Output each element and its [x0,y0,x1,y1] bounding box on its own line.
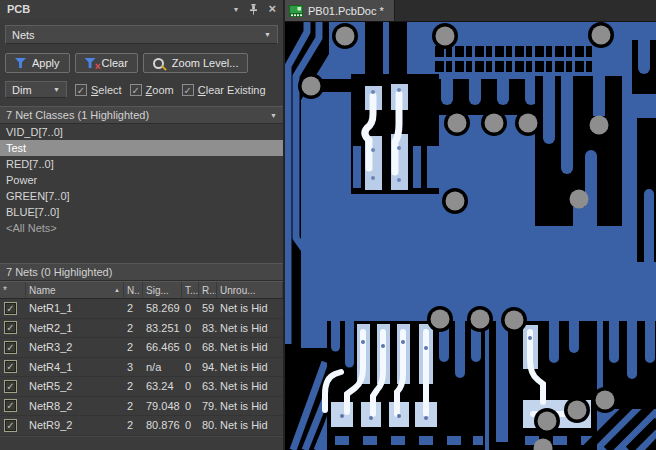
net-class-item[interactable]: RED[7..0] [0,156,283,172]
altium-workspace: PCB ▼ × Nets ▼ Apply × Clear Zoom L [0,0,656,450]
net-class-item[interactable]: BLUE[7..0] [0,204,283,220]
apply-button[interactable]: Apply [5,53,70,73]
table-row[interactable]: ✓ NetR9_22 80.8760 80.Net is Hid [0,416,283,436]
dim-mode-value: Dim [12,84,32,96]
nets-table-body: ✓ NetR1_12 58.2690 59Net is Hid ✓ NetR2_… [0,299,283,436]
net-classes-header-label: 7 Net Classes (1 Highlighted) [6,109,149,121]
table-row[interactable]: ✓ NetR2_12 83.2510 83.Net is Hid [0,319,283,339]
row-checkbox[interactable]: ✓ [4,321,17,334]
nets-header[interactable]: 7 Nets (0 Highlighted) [0,263,283,281]
zoom-checkbox-label: Zoom [146,84,174,96]
col-header-routed[interactable]: R... [199,282,217,298]
panel-options-row: Dim ▼ ✓ Select ✓ Zoom ✓ Clear Existing [5,81,278,98]
select-checkbox[interactable]: ✓ Select [75,84,122,96]
row-checkbox[interactable]: ✓ [4,360,17,373]
pcbdoc-icon [289,5,303,17]
close-icon[interactable]: × [268,4,276,14]
table-row[interactable]: ✓ NetR5_22 63.240 63.Net is Hid [0,377,283,397]
row-checkbox[interactable]: ✓ [4,302,17,315]
col-header-signal[interactable]: Sig... [143,282,182,298]
row-checkbox[interactable]: ✓ [4,341,17,354]
col-header-nodes[interactable]: N.. [124,282,143,298]
checkbox-check-icon: ✓ [182,84,194,96]
document-tab-label: PB01.PcbDoc * [308,5,384,17]
net-class-item[interactable]: VID_D[7..0] [0,124,283,140]
pcb-panel-titlebar: PCB ▼ × [0,0,283,18]
net-class-item[interactable]: Power [0,172,283,188]
table-row[interactable]: ✓ NetR8_22 79.0480 79.Net is Hid [0,397,283,417]
magnifier-icon [153,58,164,69]
row-checkbox[interactable]: ✓ [4,380,17,393]
pcb-canvas-holder [285,22,656,450]
net-class-item-selected[interactable]: Test [0,140,283,156]
apply-button-label: Apply [32,57,60,69]
nets-header-label: 7 Nets (0 Highlighted) [6,266,112,278]
chevron-down-icon: ▼ [264,31,271,38]
filter-clear-icon: × [85,58,96,68]
checkbox-check-icon: ✓ [75,84,87,96]
zoom-level-button[interactable]: Zoom Level... [143,53,249,73]
chevron-down-icon: ▼ [270,112,277,119]
checkbox-check-icon: ✓ [130,84,142,96]
net-classes-list: VID_D[7..0] Test RED[7..0] Power GREEN[7… [0,124,283,236]
pcb-editor: PB01.PcbDoc * [283,0,656,450]
clear-button[interactable]: × Clear [75,53,138,73]
panel-empty-area [0,436,283,450]
clear-button-label: Clear [102,57,128,69]
nets-table-header: * Name ▲ N.. Sig... T... R... Unrou... [0,281,283,299]
net-class-item[interactable]: GREEN[7..0] [0,188,283,204]
clear-existing-checkbox[interactable]: ✓ Clear Existing [182,84,266,96]
net-classes-header[interactable]: 7 Net Classes (1 Highlighted) ▼ [0,106,283,124]
table-row[interactable]: ✓ NetR3_22 66.4650 68.Net is Hid [0,338,283,358]
row-checkbox[interactable]: ✓ [4,419,17,432]
col-header-name[interactable]: Name ▲ [26,282,124,298]
sort-asc-icon: ▲ [114,287,120,293]
col-header-enabled[interactable]: * [0,282,26,298]
panel-mode-value: Nets [12,29,35,41]
pcb-canvas[interactable] [285,22,656,450]
filter-icon [15,58,26,68]
select-checkbox-label: Select [91,84,122,96]
dim-mode-select[interactable]: Dim ▼ [5,81,67,98]
clear-existing-checkbox-label: Clear Existing [198,84,266,96]
table-row[interactable]: ✓ NetR1_12 58.2690 59Net is Hid [0,299,283,319]
panel-title: PCB [7,3,30,15]
row-checkbox[interactable]: ✓ [4,399,17,412]
panel-gap [0,236,283,263]
zoom-checkbox[interactable]: ✓ Zoom [130,84,174,96]
pcb-panel: PCB ▼ × Nets ▼ Apply × Clear Zoom L [0,0,283,450]
zoom-level-button-label: Zoom Level... [172,57,239,69]
col-header-unrouted[interactable]: Unrou... [217,282,283,298]
net-class-item-all-nets[interactable]: <All Nets> [0,220,283,236]
panel-menu-icon[interactable]: ▼ [232,6,239,13]
chevron-down-icon: ▼ [53,86,60,93]
document-tab[interactable]: PB01.PcbDoc * [285,0,395,21]
panel-toolbar: Apply × Clear Zoom Level... [5,53,278,73]
col-header-t[interactable]: T... [182,282,199,298]
table-row[interactable]: ✓ NetR4_13 n/a0 94.Net is Hid [0,358,283,378]
panel-mode-select[interactable]: Nets ▼ [5,25,278,44]
document-tabbar: PB01.PcbDoc * [285,0,656,22]
pin-icon[interactable] [249,4,258,15]
